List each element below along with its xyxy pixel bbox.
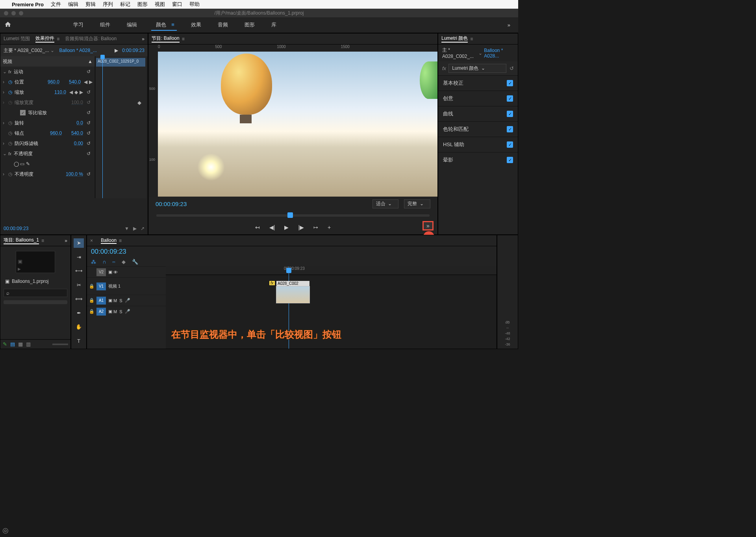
- snap-icon[interactable]: ⁂: [91, 259, 96, 265]
- razor-tool[interactable]: ✂: [74, 281, 84, 290]
- lum-creative[interactable]: 创意✓: [438, 91, 518, 106]
- project-file-row[interactable]: ▣ Balloons_1.prproj: [4, 277, 67, 286]
- linked-icon[interactable]: ⎓: [112, 259, 115, 265]
- play-icon[interactable]: ▶: [284, 224, 289, 230]
- traffic-lights[interactable]: [4, 11, 23, 15]
- ws-color[interactable]: 颜色 ≡: [151, 20, 177, 31]
- full-select[interactable]: 完整 ⌄: [404, 199, 430, 208]
- cc-icon[interactable]: ↗: [141, 226, 145, 231]
- stopwatch-icon[interactable]: ◷: [8, 79, 15, 85]
- lum-colorwheels[interactable]: 色轮和匹配✓: [438, 121, 518, 137]
- program-scrubber[interactable]: [148, 211, 437, 220]
- ec-source[interactable]: 主要 * A028_C002_...: [4, 47, 49, 54]
- magnet-icon[interactable]: ∩: [102, 259, 106, 265]
- pencil-icon[interactable]: ✎: [3, 341, 7, 347]
- reset-icon[interactable]: ↺: [85, 69, 93, 74]
- lum-curves[interactable]: 曲线✓: [438, 106, 518, 121]
- panel-menu-icon[interactable]: ≡: [182, 36, 185, 42]
- slip-tool[interactable]: ⟺: [74, 294, 84, 304]
- lumetri-tab[interactable]: Lumetri 颜色: [441, 35, 468, 43]
- type-tool[interactable]: T: [74, 336, 84, 346]
- ec-sequence[interactable]: Balloon * A028_...: [59, 48, 96, 53]
- mask-pen-icon[interactable]: ✎: [26, 161, 30, 167]
- program-monitor[interactable]: [158, 52, 437, 197]
- audio-meters[interactable]: dB -- -48 -42 -36: [497, 235, 518, 349]
- add-marker-icon[interactable]: +: [328, 224, 331, 230]
- menu-clip[interactable]: 剪辑: [85, 1, 96, 8]
- project-thumbnail[interactable]: ▣: [16, 251, 55, 273]
- tabs-overflow[interactable]: »: [142, 36, 145, 42]
- mask-rect-icon[interactable]: ▭: [20, 161, 24, 167]
- menu-view[interactable]: 视图: [155, 1, 165, 8]
- ec-keyframe-area[interactable]: A028_C002_10291P_0 ◆: [95, 56, 146, 198]
- mark-in-icon[interactable]: ↤: [255, 224, 260, 230]
- mic-icon[interactable]: 🎤: [125, 298, 130, 303]
- tab-audio-mixer[interactable]: 音频剪辑混合器: Balloon: [65, 35, 117, 42]
- menu-graphics[interactable]: 图形: [137, 1, 148, 8]
- menu-marker[interactable]: 标记: [120, 1, 130, 8]
- step-back-icon[interactable]: ◀|: [269, 224, 275, 230]
- ec-playhead[interactable]: [102, 56, 103, 198]
- ec-play-icon[interactable]: ▶: [115, 48, 118, 53]
- timeline-clip[interactable]: fx A028_C002: [276, 286, 310, 303]
- tab-lumetri-scope[interactable]: Lumetri 范围: [4, 35, 30, 42]
- ripple-tool[interactable]: ⟷: [74, 266, 84, 276]
- menu-window[interactable]: 窗口: [172, 1, 182, 8]
- project-tab[interactable]: 项目: Balloons_1: [4, 237, 39, 244]
- left-foot-timecode[interactable]: 00:00:09:23: [4, 226, 28, 231]
- program-tab[interactable]: 节目: Balloon: [152, 35, 180, 43]
- timeline-timecode[interactable]: 00:00:09:23: [87, 246, 497, 257]
- ws-assembly[interactable]: 组件: [98, 20, 113, 31]
- menu-help[interactable]: 帮助: [189, 1, 200, 8]
- transport-more-button[interactable]: »: [422, 221, 434, 230]
- lumetri-effect-select[interactable]: Lumetri 颜色 ⌄: [448, 64, 506, 73]
- settings-icon[interactable]: 🔧: [132, 259, 138, 265]
- freeform-icon[interactable]: ▥: [26, 341, 31, 347]
- uniform-checkbox[interactable]: ✓: [20, 110, 26, 115]
- ws-effects[interactable]: 效果: [189, 20, 204, 31]
- menu-sequence[interactable]: 序列: [103, 1, 113, 8]
- stopwatch-icon[interactable]: ◷: [8, 89, 15, 95]
- ws-learn[interactable]: 学习: [71, 20, 86, 31]
- lum-hsl[interactable]: HSL 辅助✓: [438, 137, 518, 152]
- tab-effect-controls[interactable]: 效果控件: [35, 35, 54, 43]
- prop-opacity[interactable]: 不透明度: [14, 151, 85, 157]
- panel-menu-icon[interactable]: ≡: [57, 36, 59, 42]
- marker-icon[interactable]: ◆: [122, 259, 126, 265]
- play-only-icon[interactable]: ▶: [133, 226, 137, 231]
- eye-icon[interactable]: 👁: [113, 270, 118, 275]
- ws-overflow[interactable]: »: [508, 22, 510, 28]
- icon-view-icon[interactable]: ▦: [18, 341, 23, 347]
- pen-tool[interactable]: ✒: [74, 308, 84, 318]
- panel-menu-icon[interactable]: ≡: [470, 36, 473, 42]
- mark-out-icon[interactable]: ↦: [313, 224, 318, 230]
- ws-graphics[interactable]: 图形: [242, 20, 257, 31]
- project-search[interactable]: ⌕: [4, 289, 67, 297]
- prop-motion[interactable]: 运动: [14, 69, 85, 75]
- ws-audio[interactable]: 音频: [215, 20, 230, 31]
- app-name[interactable]: Premiere Pro: [12, 2, 44, 7]
- menu-file[interactable]: 文件: [51, 1, 61, 8]
- menu-edit[interactable]: 编辑: [68, 1, 78, 8]
- timeline-ruler[interactable]: 00:00:09:23: [166, 266, 497, 275]
- selection-tool[interactable]: ➤: [74, 238, 84, 248]
- home-button[interactable]: [0, 21, 16, 29]
- list-view-icon[interactable]: ▤: [10, 341, 15, 347]
- lock-icon[interactable]: 🔒: [87, 284, 96, 289]
- hand-tool[interactable]: ✋: [74, 322, 84, 332]
- ws-libraries[interactable]: 库: [269, 20, 279, 31]
- fit-select[interactable]: 适合 ⌄: [372, 199, 399, 208]
- track-select-tool[interactable]: ⇥: [74, 253, 84, 262]
- keyframe-diamond-icon[interactable]: ◆: [137, 100, 141, 106]
- toggle-output-icon[interactable]: ▣: [108, 269, 112, 275]
- filter-icon[interactable]: ▼: [124, 226, 129, 231]
- mask-ellipse-icon[interactable]: ◯: [14, 161, 19, 167]
- timeline-tab[interactable]: Balloon: [101, 238, 117, 244]
- ws-editing[interactable]: 编辑: [124, 20, 139, 31]
- program-timecode[interactable]: 00:00:09:23: [156, 201, 187, 207]
- step-fwd-icon[interactable]: |▶: [298, 224, 304, 230]
- ec-clip-bar[interactable]: A028_C002_10291P_0: [96, 58, 145, 67]
- lum-vignette[interactable]: 晕影✓: [438, 152, 518, 167]
- lum-basic[interactable]: 基本校正✓: [438, 75, 518, 91]
- reset-icon[interactable]: ↺: [510, 65, 514, 71]
